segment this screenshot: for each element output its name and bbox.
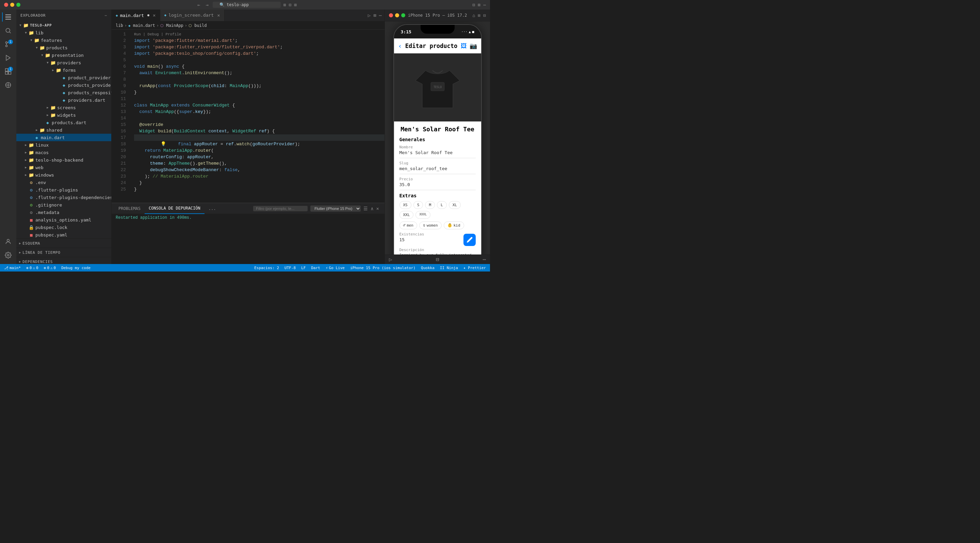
panel-tab-more[interactable]: ... bbox=[205, 203, 220, 214]
split-editor-icon[interactable]: ⊞ bbox=[478, 2, 480, 8]
gender-women[interactable]: ♀ women bbox=[419, 221, 442, 229]
status-encoding[interactable]: UTF-8 bbox=[283, 266, 297, 270]
breadcrumb-mainapp[interactable]: ⬡ MainApp bbox=[160, 23, 183, 28]
sim-home-icon[interactable]: ⌂ bbox=[473, 13, 476, 18]
status-line-ending[interactable]: LF bbox=[300, 266, 307, 270]
tree-product-provider[interactable]: ◆ product_provider.dart bbox=[16, 74, 111, 81]
existencias-value[interactable]: 15 bbox=[399, 237, 424, 245]
close-button[interactable] bbox=[4, 3, 8, 7]
tree-metadata[interactable]: ⚙ .metadata bbox=[16, 208, 111, 216]
more-editors-icon[interactable]: ⋯ bbox=[379, 13, 382, 18]
panel-icon[interactable]: ⊟ bbox=[473, 2, 476, 8]
floating-action-btn[interactable] bbox=[463, 234, 476, 246]
layout-icon[interactable]: ⊟ bbox=[289, 2, 292, 8]
size-xl[interactable]: XL bbox=[449, 201, 461, 209]
tree-fp-dep[interactable]: ⚙ .flutter-plugins-dependencies bbox=[16, 194, 111, 201]
status-prettier[interactable]: ✦ Prettier bbox=[462, 266, 487, 270]
sim-rotate-icon[interactable]: ⊞ bbox=[478, 13, 480, 18]
status-branch[interactable]: ⎇ main* bbox=[3, 266, 22, 270]
size-xxxl[interactable]: XXXL bbox=[415, 211, 430, 219]
tree-widgets[interactable]: ▶ 📁 widgets bbox=[16, 111, 111, 119]
status-quokka[interactable]: Quokka bbox=[420, 266, 436, 270]
size-m[interactable]: M bbox=[425, 201, 435, 209]
size-xs[interactable]: XS bbox=[399, 201, 411, 209]
device-select[interactable]: Flutter (iPhone 15 Pro) bbox=[310, 205, 361, 212]
tree-gitignore[interactable]: ⚙ .gitignore bbox=[16, 201, 111, 208]
sim-minimize[interactable] bbox=[395, 13, 399, 17]
more-icon[interactable]: ⋯ bbox=[483, 2, 486, 8]
tree-backend[interactable]: ▶ 📁 teslo-shop-backend bbox=[16, 156, 111, 164]
panel-tab-problems[interactable]: PROBLEMAS bbox=[115, 203, 145, 214]
tree-products[interactable]: ▼ 📁 products bbox=[16, 44, 111, 51]
tree-providers[interactable]: ▼ 📁 providers bbox=[16, 59, 111, 66]
back-button[interactable]: ‹ bbox=[398, 42, 402, 50]
activity-extensions[interactable]: 1 bbox=[2, 65, 14, 78]
nombre-value[interactable]: Men's Solar Roof Tee bbox=[399, 150, 476, 158]
sim-split-icon[interactable]: ⊟ bbox=[436, 256, 439, 263]
tab-main-dart-close[interactable]: × bbox=[153, 13, 156, 18]
status-debug[interactable]: Debug my code bbox=[60, 266, 92, 270]
tree-products-dart[interactable]: ◆ products.dart bbox=[16, 119, 111, 126]
panel-close-icon[interactable]: × bbox=[376, 206, 379, 211]
run-icon[interactable]: ▷ bbox=[368, 13, 371, 18]
sim-maximize[interactable] bbox=[401, 13, 405, 17]
esquema-header[interactable]: ▶ ESQUEMA bbox=[16, 239, 111, 248]
tree-main-dart[interactable]: ◆ main.dart bbox=[16, 134, 111, 141]
breadcrumb-maindart[interactable]: ◆ main.dart bbox=[128, 23, 155, 28]
sim-close[interactable] bbox=[389, 13, 393, 17]
gender-kid[interactable]: 👶 kid bbox=[444, 221, 464, 229]
tree-products-resp[interactable]: ◆ products_respository_prov... bbox=[16, 89, 111, 96]
status-spaces[interactable]: Espacios: 2 bbox=[253, 266, 280, 270]
tree-providers-dart[interactable]: ◆ providers.dart bbox=[16, 96, 111, 104]
precio-value[interactable]: 35.0 bbox=[399, 182, 476, 190]
tree-presentation[interactable]: ▼ 📁 presentation bbox=[16, 51, 111, 59]
panel-tab-debug[interactable]: CONSOLA DE DEPURACIÓN bbox=[145, 203, 205, 214]
tree-forms[interactable]: ▶ 📁 forms bbox=[16, 66, 111, 74]
tree-analysis[interactable]: ■ analysis_options.yaml bbox=[16, 216, 111, 224]
minimize-button[interactable] bbox=[10, 3, 14, 7]
activity-search[interactable] bbox=[2, 24, 14, 37]
tab-main-dart[interactable]: ◆ main.dart × bbox=[111, 10, 160, 21]
sim-more-icon[interactable]: ⋯ bbox=[482, 256, 486, 263]
tree-shared[interactable]: ▶ 📁 shared bbox=[16, 126, 111, 134]
tree-features[interactable]: ▼ 📁 features bbox=[16, 37, 111, 44]
tree-root[interactable]: ▼ 📁 TESLO-APP bbox=[16, 21, 111, 29]
tree-pubspec-lock[interactable]: 🔒 pubspec.lock bbox=[16, 224, 111, 231]
tree-macos[interactable]: ▶ 📁 macos bbox=[16, 149, 111, 156]
sim-settings-icon[interactable]: ⊟ bbox=[483, 13, 486, 18]
panel-list-icon[interactable]: ☰ bbox=[363, 206, 368, 211]
maximize-button[interactable] bbox=[16, 3, 21, 7]
title-search-bar[interactable]: 🔍 teslo-app bbox=[213, 2, 281, 8]
breadcrumb-build[interactable]: ⬡ build bbox=[189, 23, 207, 28]
activity-remote[interactable] bbox=[2, 79, 14, 91]
tab-login-screen[interactable]: ◆ login_screen.dart × bbox=[160, 10, 224, 21]
new-file-icon[interactable]: ⋯ bbox=[105, 13, 107, 18]
nav-image-icon[interactable]: 🖼 bbox=[461, 42, 467, 49]
sim-run-icon[interactable]: ▷ bbox=[389, 256, 392, 263]
tree-pubspec-yaml[interactable]: ■ pubspec.yaml bbox=[16, 231, 111, 238]
size-s[interactable]: S bbox=[414, 201, 423, 209]
slug-value[interactable]: men_solar_roof_tee bbox=[399, 166, 476, 174]
activity-settings[interactable] bbox=[2, 249, 14, 261]
status-golive[interactable]: ⚡ Go Live bbox=[324, 266, 346, 270]
activity-account[interactable] bbox=[2, 235, 14, 248]
split-editor-icon[interactable]: ⊞ bbox=[373, 13, 376, 18]
linea-header[interactable]: ▶ LÍNEA DE TIEMPO bbox=[16, 248, 111, 257]
tree-products-provider[interactable]: ◆ products_provider.dart bbox=[16, 81, 111, 89]
tree-windows[interactable]: ▶ 📁 windows bbox=[16, 171, 111, 179]
breadcrumb-lib[interactable]: lib bbox=[116, 23, 123, 28]
tree-lib[interactable]: ▼ 📁 lib bbox=[16, 29, 111, 37]
activity-explorer[interactable] bbox=[2, 11, 14, 23]
tree-env[interactable]: ⚙ .env bbox=[16, 179, 111, 186]
activity-git[interactable]: 1 bbox=[2, 38, 14, 50]
status-device[interactable]: iPhone 15 Pro (ios simulator) bbox=[349, 266, 417, 270]
tree-screens[interactable]: ▶ 📁 screens bbox=[16, 104, 111, 111]
deps-header[interactable]: ▶ DEPENDENCIES bbox=[16, 257, 111, 264]
nav-forward-button[interactable]: → bbox=[205, 2, 210, 8]
split-icon[interactable]: ⊞ bbox=[283, 2, 286, 8]
tree-flutter-plugins[interactable]: ⚙ .flutter-plugins bbox=[16, 186, 111, 194]
status-errors[interactable]: ⊗ 0 ⚠ 0 bbox=[25, 266, 40, 270]
activity-run[interactable] bbox=[2, 52, 14, 64]
size-l[interactable]: L bbox=[437, 201, 447, 209]
nav-back-button[interactable]: ← bbox=[196, 2, 202, 8]
